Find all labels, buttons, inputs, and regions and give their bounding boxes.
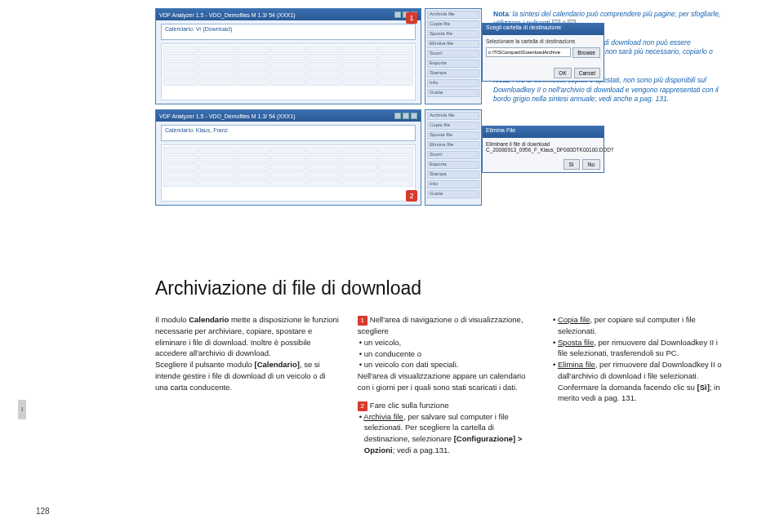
toolbox-2: Archivia file Copia file Sposta file Eli… — [425, 109, 482, 206]
dialog-title: Elimina File — [483, 126, 604, 138]
screenshot-1: VDF Analyzer 1.5 - VDO_Demofiles M 1.3/ … — [155, 8, 421, 104]
window-title-1: VDF Analyzer 1.5 - VDO_Demofiles M 1.3/ … — [159, 12, 296, 18]
calendar-header-2: Calendario: Klaus, Franz — [161, 125, 416, 141]
top-region: VDF Analyzer 1.5 - VDO_Demofiles M 1.3/ … — [155, 8, 727, 228]
destination-folder-dialog: Scegli cartella di destinazione Selezion… — [482, 23, 604, 82]
toolbox-1: Archivia file Copia file Sposta file Eli… — [425, 8, 482, 104]
dialog-line2: C_20080913_0956_F_Klaus_DF000DTK00100.DD… — [486, 147, 600, 153]
toolbox-item[interactable]: Stampa — [427, 171, 479, 179]
note-label: Nota — [493, 10, 509, 18]
window-title-2: VDF Analyzer 1.5 - VDO_Demofiles M 1.3/ … — [159, 113, 296, 119]
side-tab: I — [18, 400, 26, 419]
intro-paragraph: Il modulo Calendario mette a disposizion… — [155, 314, 340, 359]
dialog-text: Selezionare la cartella di destinazione. — [486, 38, 600, 44]
folder-path-input[interactable] — [486, 47, 571, 57]
yes-button[interactable]: Sì — [564, 159, 580, 170]
column-1: Il modulo Calendario mette a disposizion… — [155, 314, 340, 456]
browse-button[interactable]: Browse — [572, 47, 600, 58]
column-2: 1Nell'area di navigazione o di visualizz… — [358, 314, 533, 456]
text: ; vedi a pag.131. — [393, 446, 450, 454]
ok-button[interactable]: OK — [554, 68, 571, 78]
column-3: Copia file, per copiare sul computer i f… — [551, 314, 727, 456]
toolbox-item[interactable]: Esporta — [427, 161, 479, 169]
toolbox-item[interactable]: Archivia file — [427, 112, 479, 120]
toolbox-item[interactable]: Info — [427, 79, 479, 87]
step-2: 2Fare clic sulla funzione — [358, 400, 533, 411]
text: Il modulo — [155, 315, 189, 324]
text-bold: Calendario — [189, 315, 229, 324]
step-1: 1Nell'area di navigazione o di visualizz… — [358, 314, 533, 337]
dialog-body: Selezionare la cartella di destinazione.… — [483, 35, 604, 61]
calendar-header-1: Calendario: Vr (Download) — [161, 24, 416, 40]
toolbox-item[interactable]: Stampa — [427, 69, 479, 78]
bullet-move: Sposta file, per rimuovere dal Downloadk… — [551, 337, 727, 360]
link-delete-file: Elimina file — [558, 360, 595, 369]
toolbox-item[interactable]: Esporta — [427, 60, 479, 68]
bullet: un veicolo con dati speciali. — [358, 359, 533, 370]
step-tail: Nell'area di visualizzazione appare un c… — [358, 370, 533, 393]
toolbox-item[interactable]: Elimina file — [427, 40, 479, 48]
step-lead: Nell'area di navigazione o di visualizza… — [358, 315, 523, 335]
window-titlebar-2: VDF Analyzer 1.5 - VDO_Demofiles M 1.3/ … — [156, 110, 421, 122]
article-title: Archiviazione di file di download — [155, 277, 727, 299]
screenshot-2: VDF Analyzer 1.5 - VDO_Demofiles M 1.3/ … — [155, 109, 421, 206]
link-move-file: Sposta file — [558, 338, 594, 347]
toolbox-item[interactable]: Sposta file — [427, 131, 479, 140]
bullet-copy: Copia file, per copiare sul computer i f… — [551, 314, 727, 337]
page-number: 128 — [36, 507, 50, 516]
calendar-grid-2 — [161, 144, 416, 202]
screenshot-1-row: VDF Analyzer 1.5 - VDO_Demofiles M 1.3/ … — [155, 8, 482, 104]
toolbox-item[interactable]: Guida — [427, 89, 479, 97]
toolbox-item[interactable]: Scorri — [427, 151, 479, 159]
cancel-button[interactable]: Cancel — [574, 68, 600, 78]
no-button[interactable]: No — [582, 159, 600, 170]
text-bold: [Sì] — [697, 383, 710, 392]
text: Scegliere il pulsante modulo — [155, 360, 254, 369]
dialog-title: Scegli cartella di destinazione — [483, 24, 604, 35]
screenshots-column: VDF Analyzer 1.5 - VDO_Demofiles M 1.3/ … — [155, 8, 482, 228]
toolbox-item[interactable]: Copia file — [427, 20, 479, 29]
window-buttons-2 — [394, 113, 417, 119]
toolbox-item[interactable]: Sposta file — [427, 30, 479, 38]
dialog-body: Eliminare il file di download C_20080913… — [483, 138, 604, 156]
marker-2: 2 — [406, 190, 417, 202]
bullet-delete: Elimina file, per rimuovere dal Download… — [551, 359, 727, 404]
article: Archiviazione di file di download Il mod… — [155, 277, 727, 456]
calendar-grid-1 — [161, 43, 416, 100]
article-columns: Il modulo Calendario mette a disposizion… — [155, 314, 727, 456]
marker-1: 1 — [406, 12, 417, 24]
toolbox-item[interactable]: Info — [427, 180, 479, 188]
text-bold: [Calendario] — [254, 360, 299, 369]
dialog-line1: Eliminare il file di download — [486, 141, 600, 147]
step-number: 2 — [358, 401, 368, 411]
screenshot-2-row: VDF Analyzer 1.5 - VDO_Demofiles M 1.3/ … — [155, 109, 482, 206]
bullet: un conducente o — [358, 348, 533, 360]
toolbox-item[interactable]: Scorri — [427, 50, 479, 58]
step-lead: Fare clic sulla funzione — [370, 401, 449, 410]
toolbox-item[interactable]: Archivia file — [427, 11, 479, 19]
delete-file-dialog: Elimina File Eliminare il file di downlo… — [482, 126, 604, 173]
toolbox-item[interactable]: Copia file — [427, 122, 479, 130]
bullet-archive: Archivia file, per salvare sul computer … — [358, 411, 533, 456]
link-copy-file: Copia file — [558, 315, 590, 324]
window-titlebar-1: VDF Analyzer 1.5 - VDO_Demofiles M 1.3/ … — [156, 9, 421, 20]
toolbox-item[interactable]: Elimina file — [427, 141, 479, 149]
bullet: un veicolo, — [358, 337, 533, 348]
toolbox-item[interactable]: Guida — [427, 190, 479, 198]
link-archive-file: Archivia file — [363, 412, 403, 421]
step-number: 1 — [358, 316, 368, 326]
instruction-paragraph: Scegliere il pulsante modulo [Calendario… — [155, 359, 340, 392]
